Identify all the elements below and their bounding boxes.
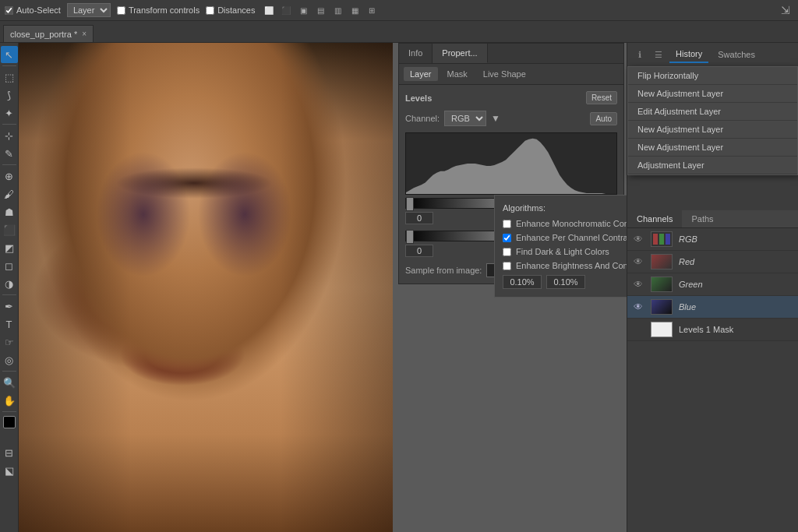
auto-button[interactable]: Auto (590, 112, 617, 125)
history-dropdown-container: ℹ ☰ History Swatches Flip Horizontally N… (627, 43, 798, 175)
zoom-tool[interactable]: 🔍 (1, 374, 18, 391)
algo-value-2-field[interactable]: 0.10% (546, 275, 585, 289)
output-shadow-handle[interactable] (406, 230, 414, 244)
live-shape-sub-tab[interactable]: Live Shape (477, 67, 532, 81)
auto-select-label: Auto-Select (16, 5, 61, 15)
algo-checkbox-3[interactable] (503, 262, 511, 270)
channel-rgb-preview (651, 232, 672, 246)
history-dropdown: Flip Horizontally New Adjustment Layer E… (627, 66, 798, 175)
tool-separator-1 (2, 65, 16, 66)
properties-tab[interactable]: Propert... (433, 44, 487, 63)
history-item-2[interactable]: Edit Adjustment Layer (628, 103, 797, 121)
mask-sub-tab[interactable]: Mask (441, 67, 474, 81)
lasso-tool[interactable]: ⟆ (1, 86, 18, 104)
align-middle-icon[interactable]: ▥ (330, 2, 345, 18)
history-item-3[interactable]: New Adjustment Layer (628, 121, 797, 139)
hand-tool[interactable]: ✋ (1, 392, 18, 409)
info-tab[interactable]: Info (399, 44, 433, 63)
text-tool[interactable]: T (1, 315, 18, 333)
right-toolbar-icons: ⇲ (778, 2, 793, 18)
channels-tab[interactable]: Channels (627, 210, 682, 227)
crop-tool[interactable]: ⊹ (1, 127, 18, 144)
auto-select-checkbox[interactable] (5, 6, 13, 15)
channel-blue-row[interactable]: 👁 Blue (627, 296, 798, 319)
algorithms-popup: Algorithms: Enhance Monochromatic Contra… (494, 195, 627, 298)
channel-blue-eye-icon[interactable]: 👁 (632, 301, 644, 313)
eyedropper-tool[interactable]: ✎ (1, 145, 18, 162)
align-left-icon[interactable]: ⬜ (261, 2, 277, 18)
blur-tool[interactable]: ◻ (1, 257, 18, 274)
magic-wand-tool[interactable]: ✦ (1, 104, 18, 122)
algo-checkbox-2[interactable] (503, 248, 511, 256)
history-item-4[interactable]: New Adjustment Layer (628, 139, 797, 157)
channel-blue-thumb (651, 299, 673, 315)
output-min-field[interactable]: 0 (405, 245, 433, 257)
screen-mode-tool[interactable]: ⬕ (1, 462, 18, 479)
tool-separator-2 (2, 124, 16, 125)
marquee-tool[interactable]: ⬚ (1, 69, 18, 86)
channels-section: Channels Paths 👁 RGB (627, 210, 798, 341)
gradient-tool[interactable]: ◩ (1, 239, 18, 256)
input-min-field[interactable]: 0 (405, 212, 433, 224)
transform-controls-checkbox[interactable] (117, 6, 125, 15)
levels-mask-row[interactable]: Levels 1 Mask (627, 319, 798, 341)
channels-paths-tabs: Channels Paths (627, 210, 798, 228)
channel-rgb-row[interactable]: 👁 RGB (627, 228, 798, 251)
align-bottom-icon[interactable]: ▦ (347, 2, 362, 18)
layer-sub-tab[interactable]: Layer (404, 67, 438, 81)
history-tab[interactable]: History (669, 46, 708, 63)
align-top-icon[interactable]: ▤ (312, 2, 328, 18)
levels-title: Levels (405, 93, 432, 103)
distribute-icon[interactable]: ⊞ (364, 2, 380, 18)
channel-red-eye-icon[interactable]: 👁 (632, 255, 644, 268)
sample-label: Sample from image: (405, 266, 482, 275)
algo-label-3: Enhance Brightness And Contrast (516, 261, 627, 270)
channel-green-row[interactable]: 👁 Green (627, 273, 798, 296)
align-center-icon[interactable]: ⬛ (278, 2, 294, 18)
algo-checkbox-0[interactable] (503, 220, 511, 228)
distances-checkbox[interactable] (206, 6, 214, 15)
paths-tab[interactable]: Paths (682, 210, 722, 227)
dodge-tool[interactable]: ◑ (1, 275, 18, 292)
svg-marker-0 (406, 139, 616, 194)
align-right-icon[interactable]: ▣ (295, 2, 311, 18)
algo-checkbox-1[interactable] (503, 234, 511, 242)
document-tab[interactable]: close_up_portra * × (3, 25, 94, 42)
expand-icon[interactable]: ⇲ (778, 2, 793, 18)
algo-value-1-field[interactable]: 0.10% (503, 275, 542, 289)
history-item-5[interactable]: Adjustment Layer (628, 157, 797, 174)
layer-dropdown[interactable]: Layer (67, 3, 111, 17)
reset-button[interactable]: Reset (586, 91, 617, 104)
channel-green-eye-icon[interactable]: 👁 (632, 278, 644, 291)
svg-rect-4 (666, 234, 670, 245)
algo-item-1: Enhance Per Channel Contrast (503, 233, 627, 242)
portrait-overlay (19, 43, 393, 532)
top-toolbar: Auto-Select Layer Transform controls Dis… (0, 0, 798, 21)
mask-eye-icon[interactable] (632, 323, 644, 336)
shape-tool[interactable]: ◎ (1, 351, 18, 368)
panel-menu-icon[interactable]: ☰ (651, 47, 666, 62)
path-select-tool[interactable]: ☞ (1, 333, 18, 351)
foreground-color[interactable] (3, 416, 16, 428)
pen-tool[interactable]: ✒ (1, 298, 18, 315)
clone-stamp-tool[interactable]: ☗ (1, 203, 18, 220)
history-item-0[interactable]: Flip Horizontally (628, 67, 797, 85)
move-tool[interactable]: ↖ (1, 46, 18, 63)
channel-red-row[interactable]: 👁 Red (627, 251, 798, 273)
healing-brush-tool[interactable]: ⊕ (1, 167, 18, 185)
swatches-tab[interactable]: Swatches (711, 47, 761, 62)
channel-select[interactable]: RGB (444, 111, 486, 126)
close-tab-icon[interactable]: × (82, 30, 87, 38)
brush-tool[interactable]: 🖌 (1, 185, 18, 203)
channel-list: 👁 RGB 👁 Red (627, 228, 798, 341)
canvas-image (19, 43, 393, 532)
algo-item-3: Enhance Brightness And Contrast (503, 261, 627, 270)
channel-rgb-eye-icon[interactable]: 👁 (632, 233, 644, 245)
channel-green-thumb (651, 277, 673, 292)
history-item-1[interactable]: New Adjustment Layer (628, 85, 797, 103)
panel-info-icon[interactable]: ℹ (632, 47, 648, 62)
eraser-tool[interactable]: ⬛ (1, 221, 18, 238)
input-shadow-handle[interactable] (406, 197, 414, 211)
levels-header: Levels Reset (405, 91, 617, 104)
quick-mask-tool[interactable]: ⊟ (1, 444, 18, 461)
